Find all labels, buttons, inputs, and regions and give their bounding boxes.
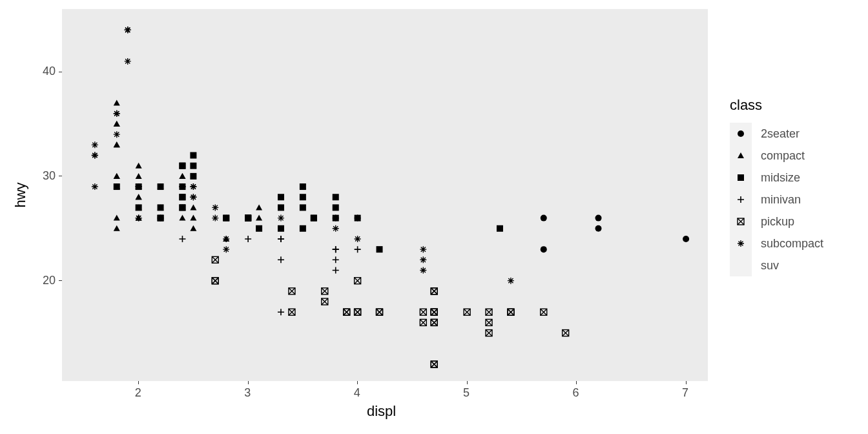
legend-key-icon xyxy=(730,211,752,232)
svg-point-0 xyxy=(541,215,547,222)
svg-marker-13 xyxy=(114,225,120,231)
svg-point-122 xyxy=(738,130,744,137)
y-tick-label: 30 xyxy=(43,169,56,183)
svg-rect-80 xyxy=(114,183,120,190)
svg-marker-12 xyxy=(114,215,120,221)
legend-key-icon xyxy=(730,232,752,254)
svg-rect-53 xyxy=(179,204,185,211)
svg-marker-38 xyxy=(179,173,185,179)
svg-rect-54 xyxy=(190,173,196,180)
svg-rect-57 xyxy=(300,183,306,190)
x-axis-title: displ xyxy=(367,403,396,420)
legend-label: compact xyxy=(761,149,805,163)
legend-label: suv xyxy=(761,259,779,273)
svg-marker-40 xyxy=(190,204,196,210)
legend-item-2seater: 2seater xyxy=(730,123,823,145)
svg-marker-11 xyxy=(256,204,262,210)
legend-key-icon xyxy=(730,254,752,276)
chart-container: hwy displ class 2seatercompactmidsizemin… xyxy=(0,0,868,434)
svg-rect-60 xyxy=(278,204,284,211)
svg-rect-63 xyxy=(333,194,339,200)
svg-marker-33 xyxy=(136,194,142,200)
svg-rect-65 xyxy=(497,225,503,232)
x-tick-label: 3 xyxy=(244,386,251,400)
legend: class 2seatercompactmidsizeminivanpickup… xyxy=(730,97,823,276)
svg-rect-84 xyxy=(223,215,229,222)
legend-title: class xyxy=(730,97,823,114)
plot-panel xyxy=(62,9,708,381)
svg-rect-78 xyxy=(245,215,251,222)
svg-rect-88 xyxy=(190,163,196,169)
legend-item-midsize: midsize xyxy=(730,167,823,189)
svg-marker-19 xyxy=(256,215,262,221)
svg-marker-24 xyxy=(190,215,196,221)
legend-item-subcompact: subcompact xyxy=(730,232,823,254)
svg-point-4 xyxy=(683,236,689,242)
svg-marker-123 xyxy=(738,152,744,158)
plot-svg xyxy=(62,9,708,381)
svg-rect-79 xyxy=(278,225,284,232)
svg-rect-76 xyxy=(179,194,185,200)
svg-rect-81 xyxy=(136,204,142,211)
legend-item-suv: suv xyxy=(730,254,823,276)
svg-rect-66 xyxy=(158,183,164,190)
svg-rect-124 xyxy=(738,174,744,181)
svg-rect-67 xyxy=(158,204,164,211)
svg-marker-28 xyxy=(114,100,120,106)
legend-label: minivan xyxy=(761,193,801,207)
legend-label: 2seater xyxy=(761,127,800,141)
svg-rect-85 xyxy=(311,215,317,222)
svg-rect-55 xyxy=(190,152,196,159)
legend-key-icon xyxy=(730,189,752,211)
svg-rect-51 xyxy=(300,225,306,232)
svg-rect-64 xyxy=(333,204,339,211)
svg-marker-7 xyxy=(136,163,142,169)
svg-point-3 xyxy=(595,225,602,232)
svg-rect-72 xyxy=(300,204,306,211)
svg-rect-86 xyxy=(300,194,306,200)
svg-point-2 xyxy=(595,215,602,222)
svg-marker-45 xyxy=(114,141,120,147)
legend-label: midsize xyxy=(761,171,800,185)
legend-key-icon xyxy=(730,123,752,145)
svg-marker-22 xyxy=(179,215,185,221)
legend-key-icon xyxy=(730,167,752,189)
svg-marker-8 xyxy=(136,173,142,179)
x-tick-label: 5 xyxy=(463,386,470,400)
svg-rect-69 xyxy=(179,163,185,169)
legend-key-icon xyxy=(730,145,752,167)
svg-marker-39 xyxy=(190,225,196,231)
x-tick-label: 4 xyxy=(354,386,360,400)
y-tick-label: 20 xyxy=(43,274,56,287)
svg-marker-29 xyxy=(114,121,120,127)
legend-item-pickup: pickup xyxy=(730,211,823,232)
legend-label: subcompact xyxy=(761,237,823,251)
svg-rect-59 xyxy=(278,194,284,200)
svg-rect-87 xyxy=(377,246,383,253)
svg-point-1 xyxy=(541,246,547,253)
svg-marker-44 xyxy=(114,173,120,179)
legend-item-compact: compact xyxy=(730,145,823,167)
svg-rect-50 xyxy=(256,225,262,232)
y-axis-title: hwy xyxy=(12,182,29,207)
x-tick-label: 2 xyxy=(135,386,141,400)
legend-label: pickup xyxy=(761,215,794,229)
x-tick-label: 7 xyxy=(682,386,688,400)
legend-item-minivan: minivan xyxy=(730,189,823,211)
y-tick-label: 40 xyxy=(43,65,56,78)
x-tick-label: 6 xyxy=(573,386,579,400)
